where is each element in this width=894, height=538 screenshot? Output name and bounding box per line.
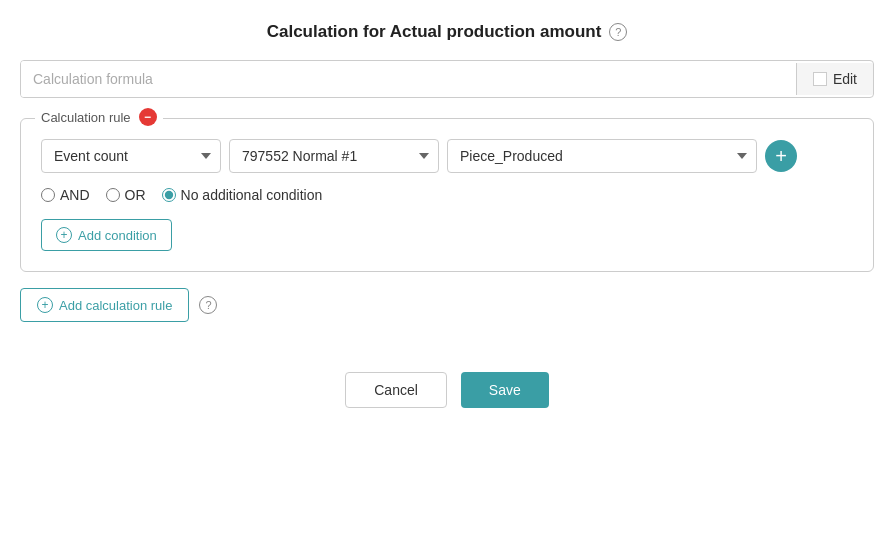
and-label: AND	[60, 187, 90, 203]
device-dropdown-wrapper: 797552 Normal #1	[229, 139, 439, 173]
edit-label: Edit	[833, 71, 857, 87]
field-dropdown[interactable]: Piece_Produced	[447, 139, 757, 173]
main-content: Calculation rule − Event count 797552 No…	[20, 118, 874, 322]
calc-rule-label-text: Calculation rule	[41, 110, 131, 125]
or-radio-option[interactable]: OR	[106, 187, 146, 203]
event-count-dropdown[interactable]: Event count	[41, 139, 221, 173]
add-calc-rule-label: Add calculation rule	[59, 298, 172, 313]
no-additional-radio[interactable]	[162, 188, 176, 202]
device-dropdown[interactable]: 797552 Normal #1	[229, 139, 439, 173]
add-condition-button[interactable]: + Add condition	[41, 219, 172, 251]
no-additional-radio-option[interactable]: No additional condition	[162, 187, 323, 203]
header-help-icon[interactable]: ?	[609, 23, 627, 41]
add-row-icon: +	[775, 146, 787, 166]
edit-button[interactable]: Edit	[796, 63, 873, 95]
page-title: Calculation for Actual production amount	[267, 22, 602, 42]
edit-checkbox	[813, 72, 827, 86]
add-calculation-rule-button[interactable]: + Add calculation rule	[20, 288, 189, 322]
field-dropdown-wrapper: Piece_Produced	[447, 139, 757, 173]
and-radio-option[interactable]: AND	[41, 187, 90, 203]
calc-rule-wrapper: Calculation rule − Event count 797552 No…	[20, 118, 874, 272]
add-row-button[interactable]: +	[765, 140, 797, 172]
no-additional-label: No additional condition	[181, 187, 323, 203]
formula-bar: Edit	[20, 60, 874, 98]
add-calc-rule-help-icon[interactable]: ?	[199, 296, 217, 314]
remove-calc-rule-button[interactable]: −	[139, 108, 157, 126]
or-radio[interactable]	[106, 188, 120, 202]
dropdowns-row: Event count 797552 Normal #1 Piece_Produ…	[41, 139, 853, 173]
event-count-dropdown-wrapper: Event count	[41, 139, 221, 173]
action-row: + Add calculation rule ?	[20, 288, 874, 322]
save-button[interactable]: Save	[461, 372, 549, 408]
formula-input[interactable]	[21, 61, 796, 97]
and-radio[interactable]	[41, 188, 55, 202]
add-calc-rule-icon: +	[37, 297, 53, 313]
footer-buttons: Cancel Save	[0, 352, 894, 428]
cancel-button[interactable]: Cancel	[345, 372, 447, 408]
conditions-row: AND OR No additional condition	[41, 187, 853, 203]
calc-rule-label: Calculation rule −	[35, 108, 163, 126]
or-label: OR	[125, 187, 146, 203]
add-condition-label: Add condition	[78, 228, 157, 243]
page-header: Calculation for Actual production amount…	[0, 0, 894, 60]
add-condition-icon: +	[56, 227, 72, 243]
